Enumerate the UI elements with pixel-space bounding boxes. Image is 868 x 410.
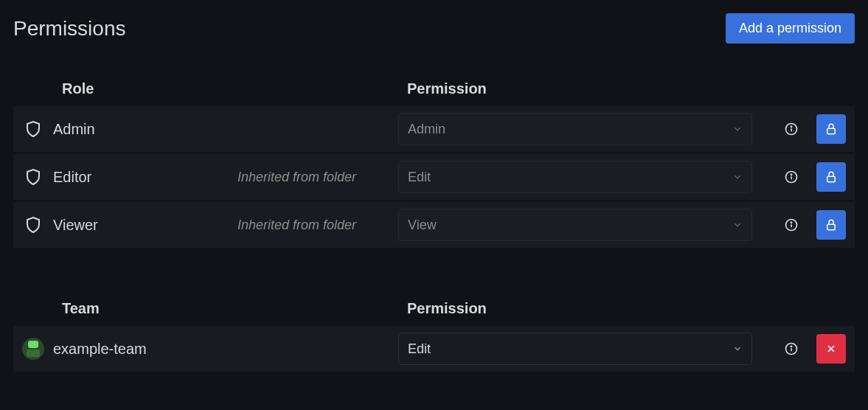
role-name: Editor: [53, 169, 237, 186]
lock-icon: [824, 170, 838, 184]
role-name: Viewer: [53, 217, 237, 234]
role-row-editor: Editor Inherited from folder Edit: [13, 154, 855, 200]
team-column-header: Team: [62, 300, 407, 317]
info-button[interactable]: [777, 334, 806, 364]
permission-select-editor: Edit: [398, 161, 752, 193]
role-name: Admin: [53, 121, 237, 138]
add-permission-button[interactable]: Add a permission: [726, 13, 855, 44]
lock-icon: [824, 122, 838, 136]
inherited-label: Inherited from folder: [237, 170, 398, 185]
svg-point-6: [791, 174, 791, 175]
permission-column-header: Permission: [407, 300, 487, 317]
permission-value: Admin: [408, 122, 445, 137]
team-avatar-icon: [22, 338, 44, 360]
inherited-label: Inherited from folder: [237, 218, 398, 233]
info-icon: [784, 218, 799, 232]
chevron-down-icon: [732, 344, 743, 354]
svg-point-2: [791, 126, 791, 127]
role-row-admin: Admin Admin: [13, 106, 855, 152]
lock-button[interactable]: [816, 162, 846, 192]
info-button[interactable]: [777, 162, 806, 192]
team-name: example-team: [53, 341, 237, 358]
page-header: Permissions Add a permission: [13, 13, 855, 44]
permission-column-header: Permission: [407, 80, 487, 97]
close-icon: [825, 343, 837, 355]
svg-rect-11: [827, 224, 836, 230]
lock-button[interactable]: [816, 114, 846, 144]
info-icon: [784, 122, 799, 136]
svg-point-14: [791, 346, 791, 347]
role-section-header: Role Permission: [13, 80, 855, 106]
team-row-example: example-team Edit: [13, 326, 855, 372]
shield-icon: [24, 168, 42, 186]
info-button[interactable]: [777, 210, 806, 240]
info-icon: [784, 170, 799, 184]
role-column-header: Role: [62, 80, 407, 97]
chevron-down-icon: [732, 220, 743, 230]
chevron-down-icon: [732, 124, 743, 134]
svg-point-10: [791, 222, 791, 223]
info-button[interactable]: [777, 114, 806, 144]
shield-icon: [24, 120, 42, 138]
permission-select-admin: Admin: [398, 113, 752, 145]
page-title: Permissions: [13, 17, 125, 41]
chevron-down-icon: [732, 172, 743, 182]
svg-rect-7: [827, 176, 836, 182]
permission-select-team[interactable]: Edit: [398, 333, 752, 365]
lock-icon: [824, 218, 838, 232]
info-icon: [784, 341, 799, 356]
shield-icon: [24, 216, 42, 234]
svg-rect-3: [827, 128, 836, 134]
remove-button[interactable]: [816, 334, 846, 364]
lock-button[interactable]: [816, 210, 846, 240]
permission-value: View: [408, 218, 437, 233]
permission-value: Edit: [408, 341, 431, 357]
team-section-header: Team Permission: [13, 300, 855, 326]
role-row-viewer: Viewer Inherited from folder View: [13, 202, 855, 248]
permission-value: Edit: [408, 170, 431, 185]
permission-select-viewer: View: [398, 209, 752, 241]
